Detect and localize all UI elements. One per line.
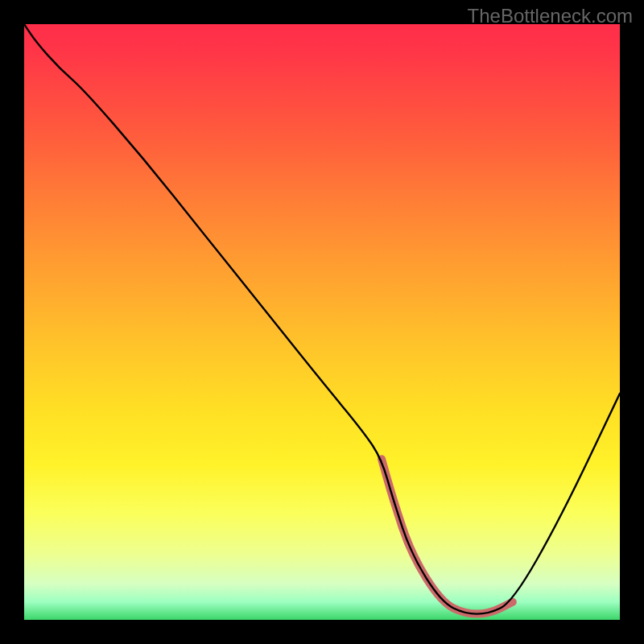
- highlight-segment: [382, 459, 513, 613]
- plot-area: [24, 24, 620, 620]
- chart-svg: [24, 24, 620, 620]
- watermark-text: TheBottleneck.com: [468, 5, 633, 27]
- chart-root: TheBottleneck.com: [0, 0, 644, 644]
- bottleneck-curve: [24, 24, 620, 614]
